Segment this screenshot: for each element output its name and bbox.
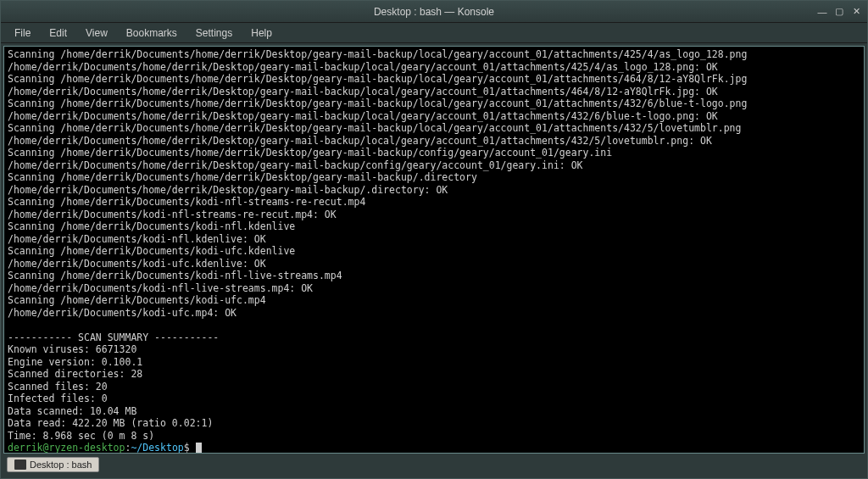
menu-help[interactable]: Help: [242, 25, 281, 42]
terminal-line: Scanned directories: 28: [8, 368, 860, 381]
prompt-path: ~/Desktop: [131, 442, 183, 454]
terminal-line: Scanned files: 20: [8, 381, 860, 393]
tab-bar: Desktop : bash: [3, 454, 865, 476]
terminal-line: /home/derrik/Documents/kodi-nfl.kdenlive…: [8, 233, 860, 246]
terminal-line: Scanning /home/derrik/Documents/home/der…: [8, 48, 860, 61]
terminal-line: /home/derrik/Documents/kodi-ufc.mp4: OK: [8, 307, 860, 320]
window-controls: — ▢ ✕: [815, 4, 864, 19]
terminal-line: /home/derrik/Documents/kodi-nfl-live-str…: [8, 282, 860, 295]
cursor: [196, 443, 202, 454]
terminal-line: Time: 8.968 sec (0 m 8 s): [8, 430, 860, 443]
terminal-line: Scanning /home/derrik/Documents/home/der…: [8, 147, 860, 159]
terminal-line: [8, 319, 860, 331]
terminal-line: Scanning /home/derrik/Documents/home/der…: [8, 73, 860, 86]
menu-edit[interactable]: Edit: [41, 25, 75, 42]
terminal-line: /home/derrik/Documents/home/derrik/Deskt…: [8, 61, 860, 74]
terminal-container: Scanning /home/derrik/Documents/home/der…: [1, 43, 867, 478]
window-title: Desktop : bash — Konsole: [374, 6, 494, 18]
tab-label: Desktop : bash: [30, 460, 92, 470]
terminal-line: Data read: 422.20 MB (ratio 0.02:1): [8, 417, 860, 430]
prompt-dollar: $: [184, 442, 196, 454]
terminal[interactable]: Scanning /home/derrik/Documents/home/der…: [3, 46, 865, 454]
prompt-user-host: derrik@ryzen-desktop: [8, 442, 125, 454]
menu-file[interactable]: File: [6, 25, 39, 42]
terminal-line: Known viruses: 6671320: [8, 343, 860, 356]
terminal-line: Scanning /home/derrik/Documents/home/der…: [8, 122, 860, 135]
terminal-line: /home/derrik/Documents/home/derrik/Deskt…: [8, 135, 860, 148]
terminal-line: /home/derrik/Documents/home/derrik/Deskt…: [8, 86, 860, 98]
konsole-window: Desktop : bash — Konsole — ▢ ✕ File Edit…: [0, 0, 868, 479]
terminal-line: Scanning /home/derrik/Documents/kodi-ufc…: [8, 245, 860, 258]
terminal-line: Scanning /home/derrik/Documents/kodi-nfl…: [8, 270, 860, 282]
terminal-line: /home/derrik/Documents/kodi-ufc.kdenlive…: [8, 258, 860, 270]
terminal-line: Infected files: 0: [8, 393, 860, 405]
minimize-button[interactable]: —: [815, 4, 830, 19]
terminal-line: /home/derrik/Documents/kodi-nfl-streams-…: [8, 209, 860, 221]
terminal-icon: [14, 460, 26, 470]
tab-desktop-bash[interactable]: Desktop : bash: [7, 457, 99, 472]
terminal-line: Data scanned: 10.04 MB: [8, 405, 860, 418]
terminal-line: Scanning /home/derrik/Documents/kodi-ufc…: [8, 294, 860, 307]
terminal-line: Scanning /home/derrik/Documents/kodi-nfl…: [8, 220, 860, 233]
terminal-line: /home/derrik/Documents/home/derrik/Deskt…: [8, 184, 860, 197]
terminal-line: /home/derrik/Documents/home/derrik/Deskt…: [8, 159, 860, 172]
titlebar[interactable]: Desktop : bash — Konsole — ▢ ✕: [1, 1, 867, 23]
close-button[interactable]: ✕: [849, 4, 864, 19]
terminal-line: Scanning /home/derrik/Documents/home/der…: [8, 97, 860, 110]
menu-view[interactable]: View: [77, 25, 116, 42]
terminal-line: Scanning /home/derrik/Documents/home/der…: [8, 171, 860, 184]
terminal-line: /home/derrik/Documents/home/derrik/Deskt…: [8, 110, 860, 123]
terminal-line: Engine version: 0.100.1: [8, 356, 860, 369]
maximize-button[interactable]: ▢: [832, 4, 847, 19]
terminal-line: Scanning /home/derrik/Documents/kodi-nfl…: [8, 196, 860, 209]
menu-bookmarks[interactable]: Bookmarks: [118, 25, 186, 42]
terminal-line: ----------- SCAN SUMMARY -----------: [8, 331, 860, 344]
prompt-line[interactable]: derrik@ryzen-desktop:~/Desktop$: [8, 442, 860, 454]
menu-settings[interactable]: Settings: [187, 25, 241, 42]
menubar: File Edit View Bookmarks Settings Help: [1, 23, 867, 43]
